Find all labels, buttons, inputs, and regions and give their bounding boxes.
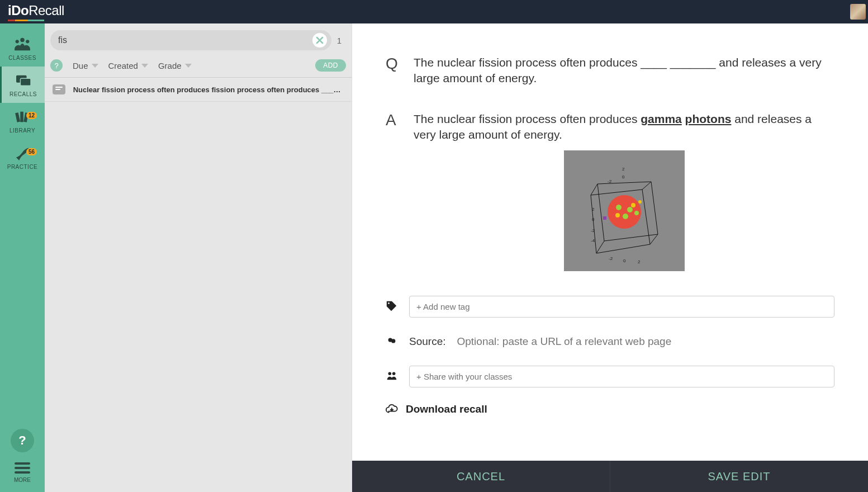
svg-line-11 — [642, 182, 651, 190]
filter-label: Created — [108, 61, 138, 70]
sidebar-item-recalls[interactable]: RECALLS — [0, 67, 45, 103]
sidebar-more[interactable]: MORE — [14, 462, 31, 492]
svg-point-30 — [634, 211, 639, 215]
sidebar: CLASSES RECALLS 12 LIBRARY 56 PRACTICE ?… — [0, 23, 45, 492]
svg-point-28 — [631, 203, 635, 207]
download-label: Download recall — [406, 403, 487, 415]
share-input[interactable] — [409, 366, 834, 387]
filter-row: ? Due Created Grade ADD — [45, 56, 352, 78]
svg-text:2: 2 — [622, 167, 625, 172]
svg-text:-4: -4 — [591, 238, 595, 243]
recall-editor: Q The nuclear fission process often prod… — [352, 23, 868, 492]
answer-keyword-1: gamma — [641, 112, 682, 125]
editor-footer: CANCEL SAVE EDIT — [352, 461, 868, 492]
svg-point-1 — [16, 40, 19, 43]
recall-list-panel: 1 ? Due Created Grade ADD Nuclear fissio… — [45, 23, 352, 492]
sidebar-item-practice[interactable]: 56 PRACTICE — [0, 139, 45, 176]
q-label: Q — [386, 55, 399, 87]
tags-row — [386, 296, 834, 318]
svg-point-32 — [624, 202, 629, 206]
share-row — [386, 366, 834, 387]
svg-point-36 — [388, 372, 392, 375]
filter-help-icon[interactable]: ? — [50, 59, 63, 72]
search-input[interactable] — [58, 35, 312, 45]
classes-icon — [13, 37, 32, 51]
svg-text:0: 0 — [592, 217, 595, 222]
filter-due[interactable]: Due — [73, 61, 98, 70]
topbar: iDoRecall — [0, 0, 868, 23]
chevron-down-icon — [92, 64, 98, 68]
app-logo[interactable]: iDoRecall — [8, 3, 64, 21]
text-card-icon — [53, 84, 65, 94]
answer-text[interactable]: The nuclear fission process often produc… — [414, 111, 834, 272]
sidebar-more-label: MORE — [14, 477, 31, 483]
answer-block: A The nuclear fission process often prod… — [386, 111, 834, 272]
svg-text:2: 2 — [638, 259, 641, 264]
svg-point-25 — [616, 205, 622, 210]
cancel-button[interactable]: CANCEL — [352, 461, 610, 492]
chevron-down-icon — [141, 64, 148, 68]
hamburger-icon — [15, 462, 30, 474]
svg-point-2 — [26, 40, 29, 43]
filter-label: Due — [73, 61, 88, 70]
svg-point-29 — [615, 213, 620, 217]
svg-rect-4 — [20, 78, 31, 86]
source-label: Source: — [409, 335, 445, 348]
svg-text:2: 2 — [592, 207, 595, 212]
answer-pre: The nuclear fission process often produc… — [414, 112, 641, 125]
svg-line-13 — [596, 241, 604, 253]
filter-grade[interactable]: Grade — [158, 61, 192, 70]
a-label: A — [386, 111, 399, 272]
question-text[interactable]: The nuclear fission process often produc… — [414, 55, 834, 87]
chevron-down-icon — [185, 64, 192, 68]
link-icon — [386, 334, 398, 349]
svg-rect-5 — [15, 112, 20, 122]
question-block: Q The nuclear fission process often prod… — [386, 55, 834, 87]
help-button[interactable]: ? — [11, 429, 34, 452]
avatar[interactable] — [850, 4, 866, 20]
cloud-download-icon — [386, 403, 398, 415]
svg-point-27 — [623, 214, 628, 219]
svg-text:-2: -2 — [608, 179, 612, 184]
svg-point-33 — [638, 200, 642, 204]
close-icon — [316, 36, 324, 44]
svg-point-37 — [392, 372, 396, 375]
tags-input[interactable] — [409, 296, 834, 318]
sidebar-item-library[interactable]: 12 LIBRARY — [0, 103, 45, 139]
svg-text:-2: -2 — [591, 228, 595, 233]
filter-label: Grade — [158, 61, 182, 70]
sidebar-item-label: LIBRARY — [10, 127, 35, 134]
sidebar-item-label: RECALLS — [10, 91, 37, 97]
svg-rect-34 — [603, 216, 606, 220]
svg-point-31 — [612, 209, 616, 213]
practice-badge: 56 — [26, 148, 37, 155]
logo-text-1: iDo — [8, 3, 29, 18]
recall-list: Nuclear fission process often produces f… — [45, 78, 352, 492]
list-item-text: Nuclear fission process often produces f… — [73, 86, 344, 94]
logo-underline — [8, 20, 44, 21]
download-recall[interactable]: Download recall — [386, 403, 834, 415]
tag-icon — [386, 300, 398, 314]
library-badge: 12 — [26, 112, 37, 119]
sidebar-item-label: PRACTICE — [7, 164, 38, 170]
source-row: Source: — [386, 334, 834, 349]
svg-text:-2: -2 — [609, 256, 613, 261]
svg-text:0: 0 — [623, 258, 626, 263]
list-item[interactable]: Nuclear fission process often produces f… — [45, 78, 352, 102]
share-classes-icon — [386, 370, 398, 384]
sidebar-item-classes[interactable]: CLASSES — [0, 30, 45, 67]
search-box[interactable] — [50, 30, 331, 50]
clear-search-button[interactable] — [312, 33, 327, 48]
source-input[interactable] — [457, 335, 834, 348]
answer-keyword-2: photons — [685, 112, 732, 125]
add-recall-button[interactable]: ADD — [315, 59, 346, 72]
svg-point-26 — [627, 207, 633, 212]
cards-icon — [14, 73, 33, 88]
save-edit-button[interactable]: SAVE EDIT — [610, 461, 868, 492]
search-row: 1 — [45, 23, 352, 56]
logo-text-2: Recall — [29, 3, 64, 18]
svg-point-0 — [20, 38, 24, 42]
svg-text:0: 0 — [622, 174, 625, 179]
filter-created[interactable]: Created — [108, 61, 148, 70]
answer-image: 20 -2 20-2-4 -202 — [564, 150, 685, 271]
